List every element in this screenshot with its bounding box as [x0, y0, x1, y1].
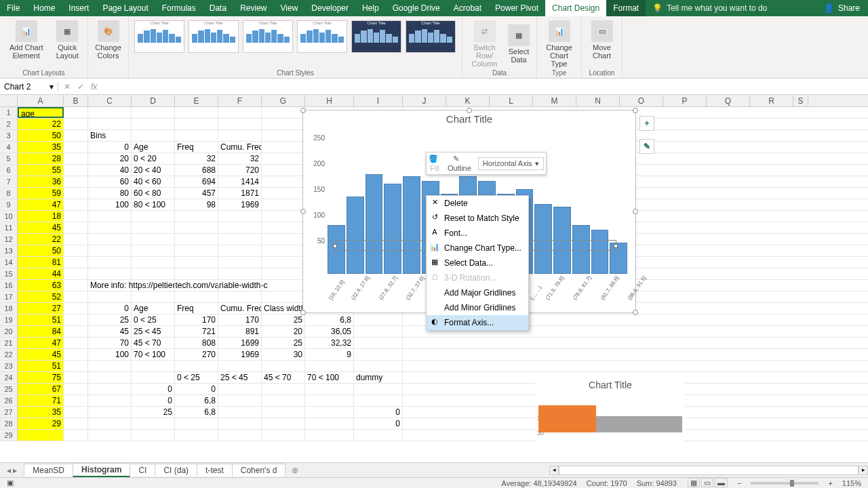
row-header[interactable]: 26	[0, 395, 18, 406]
chart-style-5[interactable]: Chart Title	[351, 20, 401, 53]
cell[interactable]	[354, 338, 403, 348]
cell[interactable]: 45 < 70	[262, 372, 305, 383]
cell[interactable]: 18	[18, 211, 64, 222]
tab-insert[interactable]: Insert	[62, 0, 96, 16]
cell[interactable]: 80	[88, 188, 132, 199]
cell[interactable]: 70	[88, 338, 132, 348]
cell[interactable]	[305, 418, 354, 429]
cell[interactable]: 808	[175, 338, 218, 348]
tab-google-drive[interactable]: Google Drive	[386, 0, 447, 16]
col-header-R[interactable]: R	[750, 95, 793, 106]
cell[interactable]	[262, 165, 305, 176]
sheet-tab-ci[interactable]: CI	[130, 464, 155, 476]
cell[interactable]: 25	[132, 407, 175, 418]
cell[interactable]: 25	[262, 314, 305, 325]
cell[interactable]: 25 < 45	[132, 326, 175, 337]
row-header[interactable]: 18	[0, 303, 18, 314]
tab-help[interactable]: Help	[355, 0, 386, 16]
cell[interactable]	[64, 349, 88, 360]
cell[interactable]: 45	[18, 349, 64, 360]
cell[interactable]: 20	[88, 153, 132, 164]
cell[interactable]	[64, 430, 88, 441]
cell[interactable]	[218, 395, 262, 406]
cell[interactable]	[305, 430, 354, 441]
zoom-slider[interactable]	[751, 482, 818, 485]
cell[interactable]	[64, 384, 88, 394]
cell[interactable]	[262, 176, 305, 187]
cell[interactable]	[262, 119, 305, 129]
cell[interactable]	[64, 326, 88, 337]
cell[interactable]	[354, 430, 403, 441]
cell[interactable]: 100	[88, 199, 132, 210]
cell[interactable]	[305, 384, 354, 394]
chart-style-1[interactable]: Chart Title	[134, 20, 184, 53]
cell[interactable]	[262, 153, 305, 164]
cell[interactable]	[64, 130, 88, 141]
cell[interactable]	[305, 361, 354, 371]
change-colors-button[interactable]: 🎨Change Colors	[92, 19, 124, 61]
cell[interactable]	[64, 303, 88, 314]
name-box[interactable]: Chart 2▾	[0, 82, 58, 92]
context-menu-item[interactable]: 📊Change Chart Type...	[427, 241, 528, 256]
cell[interactable]	[88, 257, 132, 268]
cell[interactable]	[262, 257, 305, 268]
cell[interactable]: 50	[18, 245, 64, 256]
cell[interactable]	[88, 211, 132, 222]
cell[interactable]	[354, 395, 403, 406]
tab-power-pivot[interactable]: Power Pivot	[488, 0, 545, 16]
cell[interactable]	[262, 361, 305, 371]
cell[interactable]: 32	[175, 153, 218, 164]
cell[interactable]: 47	[18, 199, 64, 210]
row-header[interactable]: 20	[0, 326, 18, 337]
cell[interactable]	[132, 361, 175, 371]
cell[interactable]: 0	[175, 384, 218, 394]
cell[interactable]: 45	[88, 326, 132, 337]
chart-style-2[interactable]: Chart Title	[189, 20, 239, 53]
view-buttons[interactable]: ▦▭▬	[686, 479, 728, 487]
cell[interactable]	[175, 119, 218, 129]
cell[interactable]	[218, 418, 262, 429]
cell[interactable]	[354, 349, 403, 360]
col-header-L[interactable]: L	[490, 95, 533, 106]
row-header[interactable]: 28	[0, 418, 18, 429]
cell[interactable]	[88, 407, 132, 418]
col-header-J[interactable]: J	[403, 95, 446, 106]
cell[interactable]: 1414	[218, 176, 262, 187]
cell[interactable]	[218, 257, 262, 268]
row-header[interactable]: 22	[0, 349, 18, 360]
cell[interactable]	[218, 430, 262, 441]
cell[interactable]	[175, 107, 218, 118]
cell[interactable]	[64, 119, 88, 129]
cell[interactable]	[88, 372, 132, 383]
cell[interactable]	[305, 407, 354, 418]
cell[interactable]	[262, 407, 305, 418]
tab-review[interactable]: Review	[233, 0, 273, 16]
cell[interactable]: 1699	[218, 338, 262, 348]
cell[interactable]	[88, 245, 132, 256]
cell[interactable]	[175, 245, 218, 256]
cell[interactable]: 891	[218, 326, 262, 337]
cell[interactable]	[132, 119, 175, 129]
cell[interactable]	[64, 199, 88, 210]
cell[interactable]: 70 < 100	[305, 372, 354, 383]
col-header-A[interactable]: A	[18, 95, 64, 106]
cell[interactable]	[64, 372, 88, 383]
cell[interactable]: 100	[88, 349, 132, 360]
cell[interactable]: Cumu. Freq	[218, 142, 262, 152]
cell[interactable]: 9	[305, 349, 354, 360]
select-all-corner[interactable]	[0, 95, 18, 106]
chart-bar[interactable]	[591, 230, 609, 274]
cell[interactable]	[132, 107, 175, 118]
row-header[interactable]: 24	[0, 372, 18, 383]
row-header[interactable]: 8	[0, 188, 18, 199]
cell[interactable]: 59	[18, 188, 64, 199]
cell[interactable]	[88, 384, 132, 394]
cell[interactable]	[64, 314, 88, 325]
cell[interactable]	[64, 107, 88, 118]
cell[interactable]: 720	[218, 165, 262, 176]
col-header-G[interactable]: G	[262, 95, 305, 106]
cell[interactable]	[218, 384, 262, 394]
cell[interactable]	[262, 211, 305, 222]
cell[interactable]	[175, 222, 218, 233]
cell[interactable]	[175, 418, 218, 429]
